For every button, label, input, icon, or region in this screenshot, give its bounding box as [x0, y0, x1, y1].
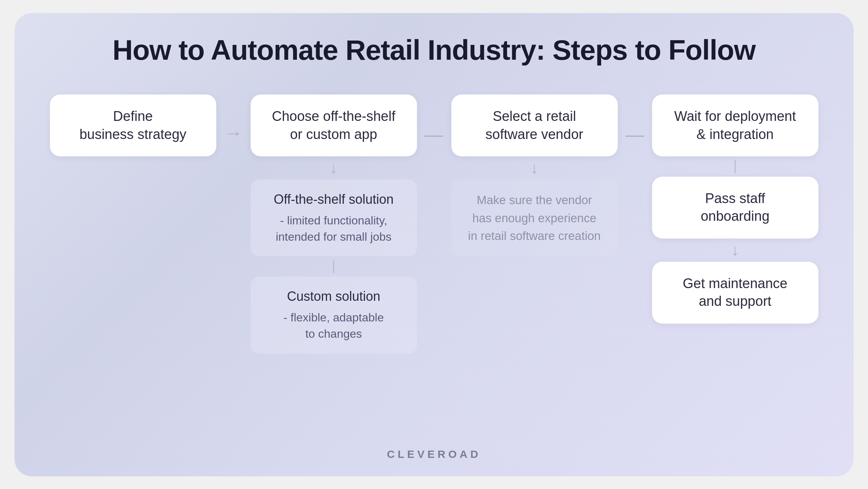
card-choose-app: Choose off-the-shelfor custom app [251, 94, 417, 156]
card-vendor-note-text: Make sure the vendorhas enough experienc… [468, 193, 601, 243]
arrow-down-icon-4b: ↓ [731, 242, 739, 258]
v-connector-4b: ↓ [731, 242, 739, 258]
v-connector-4a [735, 160, 736, 173]
card-onboarding: Pass staffonboarding [652, 177, 818, 239]
card-deployment-label: Wait for deployment& integration [674, 109, 796, 142]
dash-icon-3: — [625, 123, 644, 145]
v-connector-2b [333, 260, 334, 273]
card-maintenance: Get maintenanceand support [652, 262, 818, 324]
card-offshelf-title: Off-the-shelf solution [264, 191, 404, 208]
card-select-vendor: Select a retailsoftware vendor [451, 94, 618, 156]
dash-icon-2: — [424, 123, 444, 145]
arrow-right-icon: → [224, 123, 243, 142]
column-3: Select a retailsoftware vendor ↓ Make su… [445, 94, 624, 256]
flow-area: Definebusiness strategy → Choose off-the… [43, 94, 825, 458]
card-offshelf-body: - limited functionality,intended for sma… [264, 212, 404, 245]
column-1: Definebusiness strategy [43, 94, 222, 156]
v-connector-2a: ↓ [330, 160, 338, 176]
card-custom-title: Custom solution [264, 288, 404, 305]
card-select-vendor-label: Select a retailsoftware vendor [485, 109, 583, 142]
card-custom: Custom solution - flexible, adaptableto … [251, 277, 417, 353]
card-custom-body: - flexible, adaptableto changes [264, 309, 404, 342]
card-define-strategy: Definebusiness strategy [50, 94, 216, 156]
column-4: Wait for deployment& integration Pass st… [646, 94, 825, 323]
column-2: Choose off-the-shelfor custom app ↓ Off-… [244, 94, 423, 354]
arrow-down-icon-2a: ↓ [330, 160, 338, 176]
arrow-down-icon-3a: ↓ [531, 160, 539, 176]
v-connector-3a: ↓ [531, 160, 539, 176]
vline-4a [735, 160, 736, 173]
card-maintenance-label: Get maintenanceand support [683, 276, 787, 309]
card-define-strategy-label: Definebusiness strategy [80, 109, 187, 142]
connector-1: → [222, 94, 244, 142]
card-vendor-note: Make sure the vendorhas enough experienc… [451, 180, 618, 257]
card-choose-app-label: Choose off-the-shelfor custom app [272, 109, 396, 142]
card-deployment: Wait for deployment& integration [652, 94, 818, 156]
card-onboarding-label: Pass staffonboarding [701, 191, 769, 224]
brand-label: CLEVEROAD [387, 448, 481, 460]
diagram-container: How to Automate Retail Industry: Steps t… [14, 13, 854, 476]
vline-2b [333, 260, 334, 273]
page-title: How to Automate Retail Industry: Steps t… [112, 35, 756, 66]
card-offshelf: Off-the-shelf solution - limited functio… [251, 180, 417, 256]
connector-2: — [423, 94, 445, 145]
connector-3: — [624, 94, 646, 145]
